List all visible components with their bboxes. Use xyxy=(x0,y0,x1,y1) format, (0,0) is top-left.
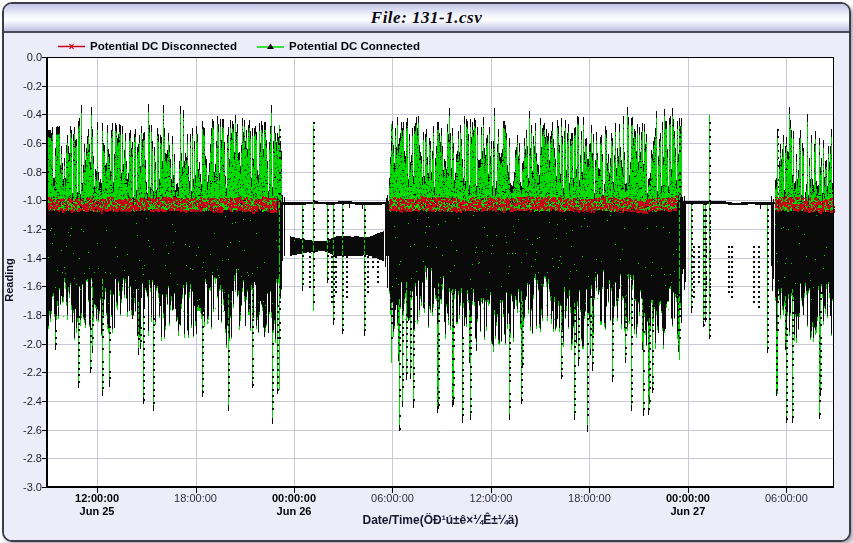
y-tick-label: -3.0 xyxy=(0,481,42,493)
y-tick-label: -2.8 xyxy=(0,452,42,464)
y-tick-label: -1.0 xyxy=(0,194,42,206)
x-tick-date: Jun 26 xyxy=(256,505,332,517)
green-line-triangle-marker-icon xyxy=(257,42,284,51)
y-tick-label: -1.6 xyxy=(0,280,42,292)
window-title: File: 131-1.csv xyxy=(371,8,482,28)
y-tick-label: -2.6 xyxy=(0,424,42,436)
y-tick-label: -1.4 xyxy=(0,252,42,264)
y-tick-label: -1.8 xyxy=(0,309,42,321)
screenshot-root: File: 131-1.csv Potential DC Disconnecte… xyxy=(0,0,853,543)
legend-item-connected: Potential DC Connected xyxy=(257,40,420,52)
y-tick-label: -0.2 xyxy=(0,80,42,92)
red-line-x-marker-icon xyxy=(58,42,85,51)
legend-label-disconnected: Potential DC Disconnected xyxy=(90,40,237,52)
y-tick-label: -2.0 xyxy=(0,338,42,350)
legend-item-disconnected: Potential DC Disconnected xyxy=(58,40,237,52)
y-tick-label: -2.4 xyxy=(0,395,42,407)
x-tick-time: 18:00:00 xyxy=(158,492,234,504)
y-tick-label: -0.4 xyxy=(0,108,42,120)
y-tick-label: -0.8 xyxy=(0,166,42,178)
chart-background xyxy=(4,33,849,540)
x-tick-time: 00:00:00 xyxy=(256,492,332,504)
y-tick-label: -0.6 xyxy=(0,137,42,149)
legend: Potential DC Disconnected Potential DC C… xyxy=(58,40,420,52)
y-tick-label: 0.0 xyxy=(0,51,42,63)
x-tick-time: 18:00:00 xyxy=(551,492,627,504)
x-tick-date: Jun 27 xyxy=(650,505,726,517)
legend-label-connected: Potential DC Connected xyxy=(289,40,420,52)
chart-window: File: 131-1.csv xyxy=(2,2,851,542)
y-tick-label: -2.2 xyxy=(0,366,42,378)
x-tick-time: 06:00:00 xyxy=(354,492,430,504)
x-tick-date: Jun 25 xyxy=(59,505,135,517)
title-bar: File: 131-1.csv xyxy=(4,4,849,33)
y-tick-label: -1.2 xyxy=(0,223,42,235)
x-tick-time: 12:00:00 xyxy=(59,492,135,504)
x-tick-time: 06:00:00 xyxy=(748,492,824,504)
x-tick-time: 00:00:00 xyxy=(650,492,726,504)
x-tick-time: 12:00:00 xyxy=(453,492,529,504)
